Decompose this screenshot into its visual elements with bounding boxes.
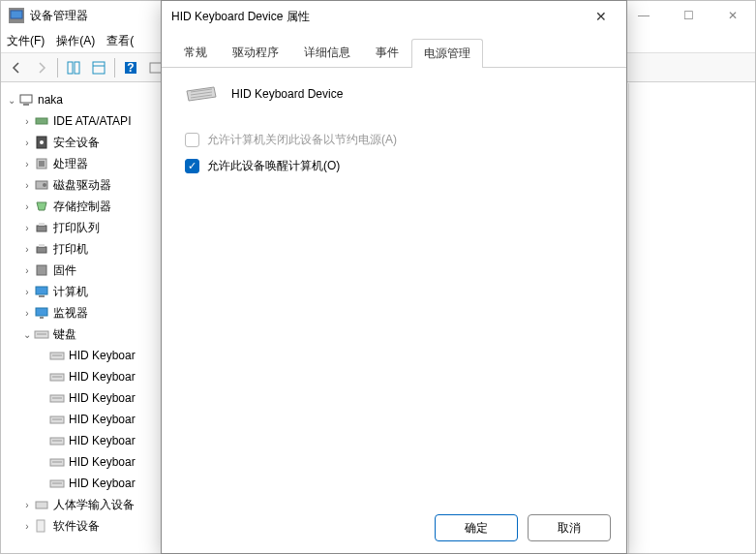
tree-node-label: 固件 [53, 262, 76, 279]
right-panel [628, 83, 755, 553]
svg-rect-3 [75, 62, 79, 74]
expander-icon[interactable]: ⌄ [5, 95, 18, 106]
tree-leaf-label: HID Keyboar [69, 455, 136, 469]
svg-rect-44 [37, 520, 45, 532]
expander-icon[interactable]: › [20, 159, 34, 169]
tree-leaf[interactable]: HID Keyboar [1, 451, 162, 473]
device-name: HID Keyboard Device [231, 87, 343, 101]
tree-leaf[interactable]: HID Keyboar [1, 430, 162, 451]
menu-file[interactable]: 文件(F) [7, 33, 45, 49]
back-button[interactable] [5, 56, 28, 79]
tab-driver[interactable]: 驱动程序 [220, 38, 291, 67]
svg-point-13 [40, 140, 44, 144]
storage-icon [34, 199, 49, 214]
expander-icon[interactable]: › [20, 308, 34, 319]
tree-node[interactable]: ›人体学输入设备 [1, 494, 162, 515]
menu-action[interactable]: 操作(A) [56, 33, 95, 49]
svg-rect-0 [11, 11, 22, 18]
forward-button[interactable] [30, 56, 53, 79]
tree-node-label: 打印队列 [53, 220, 100, 236]
help-button[interactable]: ? [119, 56, 142, 79]
tree-node[interactable]: ›计算机 [1, 281, 162, 302]
tree-node[interactable]: ›安全设备 [1, 132, 162, 153]
toolbar-separator [114, 58, 115, 77]
device-tree[interactable]: ⌄ naka ›IDE ATA/ATAPI›安全设备›处理器›磁盘驱动器›存储控… [1, 83, 162, 553]
expander-icon[interactable]: › [20, 180, 34, 191]
expander-icon[interactable]: › [20, 138, 34, 148]
dialog-close-button[interactable]: ✕ [586, 1, 617, 32]
close-button[interactable]: ✕ [711, 1, 755, 30]
tree-node-label: 软件设备 [53, 518, 100, 535]
svg-rect-20 [37, 247, 46, 253]
expander-icon[interactable]: › [20, 265, 34, 276]
checkbox-allow-power-off: 允许计算机关闭此设备以节约电源(A) [185, 132, 609, 148]
toolbar-btn-1[interactable] [62, 56, 85, 79]
app-icon [9, 8, 24, 23]
tree-leaf[interactable]: HID Keyboar [1, 387, 162, 409]
tree-node[interactable]: ›存储控制器 [1, 196, 162, 217]
computer-icon [34, 284, 49, 299]
minimize-button[interactable]: — [621, 1, 666, 30]
tree-node[interactable]: ›监视器 [1, 302, 162, 323]
checkbox-allow-wake[interactable]: 允许此设备唤醒计算机(O) [185, 158, 609, 174]
menu-view[interactable]: 查看( [106, 33, 134, 49]
tree-node-label: 计算机 [53, 284, 88, 300]
computer-icon [18, 92, 34, 108]
tree-node[interactable]: ›打印机 [1, 238, 162, 260]
tab-general[interactable]: 常规 [171, 38, 220, 67]
printer-icon [34, 220, 49, 235]
tree-node[interactable]: ›打印队列 [1, 217, 162, 238]
svg-text:?: ? [127, 61, 134, 75]
tree-node[interactable]: ⌄键盘 [1, 323, 162, 345]
dialog-tabs: 常规 驱动程序 详细信息 事件 电源管理 [162, 32, 626, 68]
tree-root[interactable]: ⌄ naka [1, 89, 162, 110]
tab-events[interactable]: 事件 [363, 38, 411, 67]
tree-leaf[interactable]: HID Keyboar [1, 473, 162, 494]
tree-node-label: 安全设备 [53, 135, 100, 151]
tree-node[interactable]: ›磁盘驱动器 [1, 174, 162, 196]
tab-details[interactable]: 详细信息 [291, 38, 363, 67]
tree-node[interactable]: ›处理器 [1, 153, 162, 174]
svg-rect-10 [23, 104, 29, 106]
cancel-button[interactable]: 取消 [528, 514, 611, 541]
svg-rect-2 [68, 62, 73, 74]
properties-dialog: HID Keyboard Device 属性 ✕ 常规 驱动程序 详细信息 事件… [161, 0, 627, 554]
tree-leaf-label: HID Keyboar [69, 477, 136, 490]
expander-icon[interactable]: › [20, 116, 34, 127]
tree-leaf[interactable]: HID Keyboar [1, 409, 162, 430]
tree-leaf[interactable]: HID Keyboar [1, 366, 162, 387]
ok-button[interactable]: 确定 [435, 514, 518, 541]
svg-rect-1 [14, 19, 19, 21]
expander-icon[interactable]: › [20, 201, 34, 212]
keyboard-icon [49, 348, 65, 363]
printer-icon [34, 241, 49, 257]
keyboard-icon [49, 390, 65, 406]
expander-icon[interactable]: › [20, 287, 34, 297]
expander-icon[interactable]: › [20, 244, 34, 255]
dialog-title: HID Keyboard Device 属性 [171, 9, 586, 25]
keyboard-icon [49, 476, 65, 491]
checkbox-icon[interactable] [185, 159, 199, 173]
svg-rect-15 [39, 161, 45, 167]
svg-rect-24 [39, 295, 45, 297]
tree-node[interactable]: ›固件 [1, 260, 162, 281]
toolbar-btn-2[interactable] [87, 56, 110, 79]
checkbox-icon [185, 133, 199, 147]
tree-leaf[interactable]: HID Keyboar [1, 345, 162, 366]
svg-rect-26 [40, 317, 44, 319]
expander-icon[interactable]: ⌄ [20, 329, 34, 340]
svg-rect-25 [36, 308, 47, 316]
tree-node[interactable]: ›IDE ATA/ATAPI [1, 110, 162, 132]
expander-icon[interactable]: › [20, 500, 34, 510]
expander-icon[interactable]: › [20, 223, 34, 233]
tree-leaf-label: HID Keyboar [69, 349, 136, 362]
tree-node[interactable]: ›软件设备 [1, 515, 162, 537]
main-window-buttons: — ☐ ✕ [621, 1, 755, 30]
tab-power-management[interactable]: 电源管理 [411, 39, 483, 68]
tree-node-label: 打印机 [53, 241, 88, 258]
maximize-button[interactable]: ☐ [666, 1, 711, 30]
svg-rect-43 [36, 502, 47, 508]
tree-node-label: 处理器 [53, 156, 88, 172]
svg-rect-23 [36, 287, 47, 294]
expander-icon[interactable]: › [20, 521, 34, 532]
